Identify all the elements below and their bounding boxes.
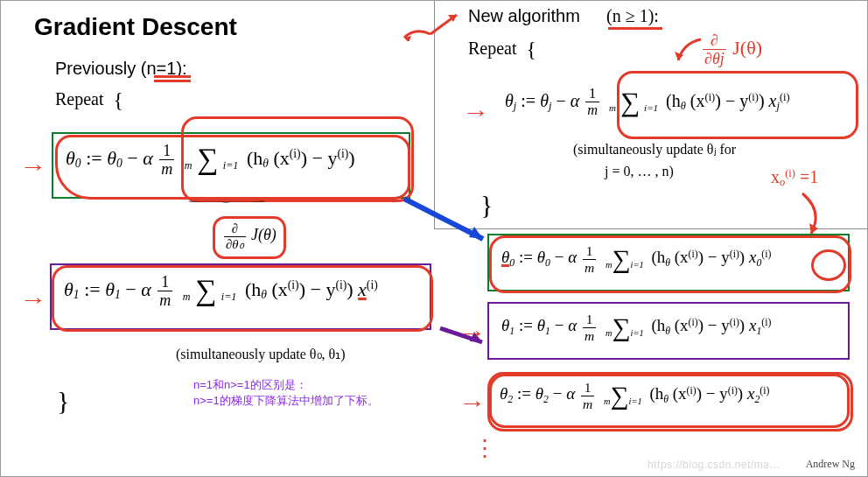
right-brace-close: } [480, 190, 493, 220]
sum-icon: m ∑ i=1 [185, 146, 239, 173]
arrow-red-icon: → [458, 389, 486, 417]
eq-thetaj: θj := θj − α 1 m m ∑ i=1 (hθ (x(i)) − y(… [493, 78, 853, 141]
frac-1-m: 1 m [159, 143, 174, 177]
arrow-red-icon: → [19, 286, 46, 313]
eq-theta1-left: θ1 := θ1 − α 1 m m ∑ i=1 (hθ (x(i)) − y(… [50, 263, 431, 330]
underline-n-ge-1 [608, 27, 662, 30]
left-repeat-text: Repeat [55, 89, 104, 109]
slide: Gradient Descent Previously (n=1): Repea… [0, 0, 868, 477]
arrow-red-curve-icon [671, 34, 706, 69]
arrow-red-icon: → [19, 153, 46, 180]
right-simu1: (simultaneously update θⱼ for [573, 141, 736, 158]
deriv-theta0-label: ∂ ∂θ₀ J(θ) [213, 216, 286, 259]
watermark: https://blog.csdn.net/ma... [648, 459, 780, 471]
arrow-red-icon: → [462, 99, 489, 126]
arrow-red-icon: → [458, 319, 486, 347]
eq-theta0-left: θ0 := θ0 − α 1 m m ∑ i=1 (hθ (x(i)) − y(… [52, 132, 410, 199]
author-credit: Andrew Ng [806, 458, 855, 471]
eq-theta1-right: θ1 := θ1 − α 1m m∑i=1 (hθ (x(i)) − y(i))… [487, 302, 850, 360]
right-subtitle: New algorithm [468, 6, 580, 26]
eq-theta2-right: θ2 := θ2 − α 1m m∑i=1 (hθ (x(i)) − y(i))… [487, 372, 850, 430]
deriv-handwritten: ∂ ∂θj J(θ) [701, 32, 762, 67]
sum-icon: m ∑ i=1 [183, 277, 237, 305]
right-simu2: j = 0, … , n) [605, 164, 674, 179]
underbrace-icon: ⏟ [188, 195, 246, 204]
left-repeat: Repeat { [55, 88, 123, 112]
right-repeat: Repeat { [468, 38, 536, 61]
left-simu-text: (simultaneously update θ₀, θ₁) [176, 346, 346, 362]
right-condition: (n ≥ 1): [606, 6, 659, 26]
scribble-x0-eq-1: xo(i) =1 [771, 167, 818, 189]
page-title: Gradient Descent [34, 13, 237, 41]
eq-theta0-right: θ0 := θ0 − α 1m m∑i=1 (hθ (x(i)) − y(i))… [487, 234, 850, 291]
annotation-line2: n>=1的梯度下降算法中增加了下标。 [193, 393, 379, 409]
annotation-line1: n=1和n>=1的区别是： [193, 377, 379, 393]
arrow-split-icon [399, 8, 462, 41]
left-brace-close: } [57, 386, 69, 416]
annotation-chinese: n=1和n>=1的区别是： n>=1的梯度下降算法中增加了下标。 [193, 377, 379, 408]
underline-n1 [154, 75, 191, 82]
left-brace-open: { [114, 88, 124, 111]
ellipsis-vertical-icon: ⋮ [473, 435, 500, 462]
